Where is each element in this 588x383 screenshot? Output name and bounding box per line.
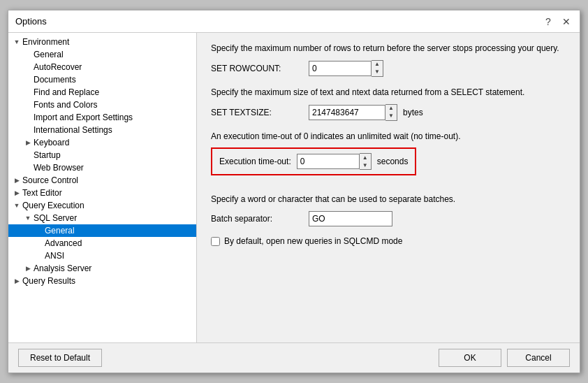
timeout-section: An execution time-out of 0 indicates an …	[211, 131, 566, 185]
rowcount-spinner-buttons: ▲ ▼	[372, 60, 383, 77]
sidebar-item-label: Find and Replace	[34, 87, 193, 97]
rowcount-section: Specify the maximum number of rows to re…	[211, 43, 566, 77]
sidebar-item-environment[interactable]: ▼Environment	[8, 36, 196, 48]
execution-timeout-label: Execution time-out:	[219, 157, 291, 166]
sidebar-item-label: SQL Server	[34, 213, 193, 223]
sidebar-item-web-browser[interactable]: Web Browser	[8, 161, 196, 174]
sidebar-item-import-export[interactable]: Import and Export Settings	[8, 111, 196, 124]
title-bar-controls: ? ✕	[542, 15, 573, 28]
sidebar-item-sql-server[interactable]: ▼SQL Server	[8, 212, 196, 224]
sidebar-item-fonts-colors[interactable]: Fonts and Colors	[8, 99, 196, 111]
close-button[interactable]: ✕	[560, 15, 573, 28]
textsize-description: Specify the maximum size of text and nte…	[211, 87, 566, 99]
ok-button[interactable]: OK	[439, 349, 501, 367]
expand-icon: ▼	[22, 215, 34, 222]
help-button[interactable]: ?	[542, 15, 554, 28]
textsize-unit: bytes	[403, 108, 423, 117]
sqlcmd-checkbox[interactable]	[211, 237, 220, 246]
batch-separator-label: Batch separator:	[211, 214, 309, 224]
sidebar-item-query-execution[interactable]: ▼Query Execution	[8, 199, 196, 212]
sidebar-item-label: AutoRecover	[34, 62, 193, 72]
timeout-spinner-buttons: ▲ ▼	[360, 153, 372, 170]
sidebar-item-ansi[interactable]: ANSI	[8, 250, 196, 262]
dialog-footer: Reset to Default OK Cancel	[8, 342, 580, 373]
textsize-label: SET TEXTSIZE:	[211, 108, 309, 117]
sqlcmd-row: By default, open new queries in SQLCMD m…	[211, 236, 566, 246]
sidebar: ▼EnvironmentGeneralAutoRecoverDocumentsF…	[8, 33, 197, 342]
expand-icon: ▼	[11, 38, 22, 45]
sidebar-item-label: General	[34, 50, 193, 59]
sidebar-item-find-replace[interactable]: Find and Replace	[8, 86, 196, 99]
sidebar-item-sql-general[interactable]: General	[8, 224, 196, 237]
batch-separator-field-row: Batch separator:	[211, 211, 566, 226]
execution-timeout-box: Execution time-out: ▲ ▼ seconds	[211, 147, 416, 175]
title-bar: Options ? ✕	[8, 10, 580, 33]
sidebar-item-label: Text Editor	[22, 188, 193, 198]
timeout-spinner: ▲ ▼	[297, 153, 372, 170]
sidebar-item-label: Web Browser	[34, 163, 193, 173]
rowcount-label: SET ROWCOUNT:	[211, 64, 309, 73]
dialog-body: ▼EnvironmentGeneralAutoRecoverDocumentsF…	[8, 33, 580, 342]
expand-icon: ▶	[11, 277, 22, 284]
sidebar-item-label: Documents	[34, 75, 193, 85]
sidebar-item-keyboard[interactable]: ▶Keyboard	[8, 136, 196, 149]
batch-description: Specify a word or character that can be …	[211, 194, 566, 205]
sidebar-item-label: ANSI	[45, 251, 193, 261]
expand-icon: ▶	[11, 189, 22, 196]
sidebar-item-label: Analysis Server	[34, 263, 193, 273]
textsize-down-button[interactable]: ▼	[385, 113, 397, 120]
expand-icon: ▶	[22, 139, 34, 146]
rowcount-down-button[interactable]: ▼	[372, 68, 383, 76]
timeout-input[interactable]	[297, 154, 360, 169]
timeout-up-button[interactable]: ▲	[360, 154, 371, 161]
sidebar-item-label: Query Results	[22, 276, 193, 286]
sidebar-item-label: Fonts and Colors	[34, 100, 193, 110]
textsize-spinner-buttons: ▲ ▼	[385, 104, 397, 121]
rowcount-spinner: ▲ ▼	[309, 60, 383, 77]
sidebar-item-advanced[interactable]: Advanced	[8, 237, 196, 250]
sqlcmd-label: By default, open new queries in SQLCMD m…	[224, 236, 402, 246]
textsize-section: Specify the maximum size of text and nte…	[211, 87, 566, 121]
sidebar-item-international[interactable]: International Settings	[8, 124, 196, 136]
sidebar-item-analysis-server[interactable]: ▶Analysis Server	[8, 262, 196, 275]
sidebar-item-autorecover[interactable]: AutoRecover	[8, 61, 196, 73]
expand-icon: ▼	[11, 202, 22, 209]
sidebar-item-label: Advanced	[45, 238, 193, 248]
sidebar-item-label: Query Execution	[22, 201, 193, 210]
sidebar-item-label: Import and Export Settings	[34, 113, 193, 122]
textsize-up-button[interactable]: ▲	[385, 105, 397, 113]
sidebar-item-label: Startup	[34, 150, 193, 160]
timeout-unit: seconds	[377, 157, 409, 166]
sidebar-item-general[interactable]: General	[8, 48, 196, 61]
sidebar-item-text-editor[interactable]: ▶Text Editor	[8, 187, 196, 199]
expand-icon: ▶	[11, 177, 22, 184]
textsize-field-row: SET TEXTSIZE: ▲ ▼ bytes	[211, 104, 566, 121]
sidebar-item-label: International Settings	[34, 125, 193, 135]
timeout-description: An execution time-out of 0 indicates an …	[211, 131, 566, 143]
expand-icon: ▶	[22, 265, 34, 272]
textsize-spinner: ▲ ▼	[309, 104, 397, 121]
sidebar-item-label: Keyboard	[34, 138, 193, 147]
rowcount-input[interactable]	[309, 61, 372, 76]
sidebar-item-documents[interactable]: Documents	[8, 73, 196, 86]
sidebar-item-label: General	[45, 226, 193, 236]
sidebar-item-label: Environment	[22, 37, 193, 47]
textsize-input[interactable]	[309, 105, 385, 120]
rowcount-field-row: SET ROWCOUNT: ▲ ▼	[211, 60, 566, 77]
sidebar-item-query-results[interactable]: ▶Query Results	[8, 275, 196, 287]
options-dialog: Options ? ✕ ▼EnvironmentGeneralAutoRecov…	[8, 10, 580, 373]
cancel-button[interactable]: Cancel	[507, 349, 570, 367]
sidebar-item-startup[interactable]: Startup	[8, 149, 196, 161]
reset-to-default-button[interactable]: Reset to Default	[18, 349, 102, 367]
content-pane: Specify the maximum number of rows to re…	[197, 33, 580, 342]
sidebar-item-source-control[interactable]: ▶Source Control	[8, 174, 196, 187]
rowcount-up-button[interactable]: ▲	[372, 61, 383, 68]
dialog-title: Options	[15, 16, 47, 27]
batch-separator-input[interactable]	[309, 211, 392, 226]
batch-section: Specify a word or character that can be …	[211, 194, 566, 226]
rowcount-description: Specify the maximum number of rows to re…	[211, 43, 566, 55]
timeout-down-button[interactable]: ▼	[360, 161, 371, 169]
sidebar-item-label: Source Control	[22, 175, 193, 185]
